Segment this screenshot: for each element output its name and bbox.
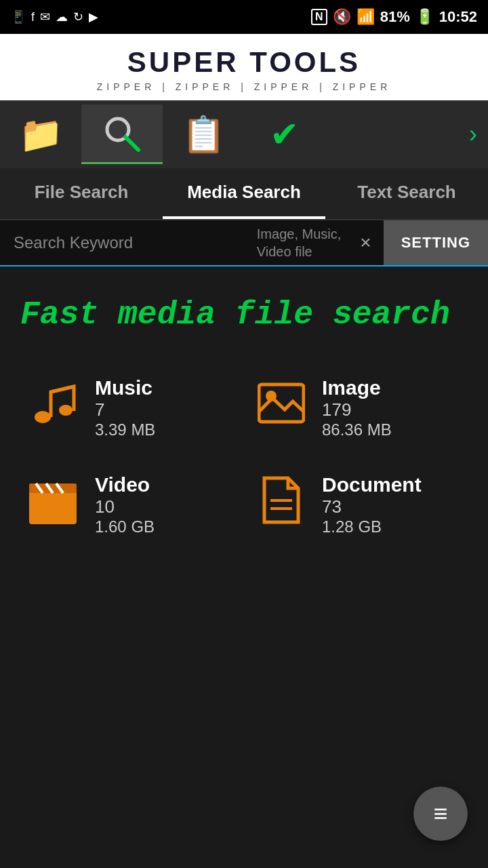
search-input[interactable] [0, 220, 257, 265]
app-icon: ▶ [89, 9, 98, 24]
video-icon [27, 477, 81, 534]
sync-icon: ↻ [73, 9, 83, 24]
music-info: Music 7 3.39 MB [95, 376, 155, 439]
app-banner: SUPER TOOLS ZIPPER | ZIPPER | ZIPPER | Z… [0, 34, 488, 100]
svg-line-1 [125, 137, 138, 150]
toolbar-chevron-icon[interactable]: › [469, 120, 488, 149]
svg-line-4 [51, 387, 74, 392]
folder-icon: 📁 [19, 114, 63, 155]
document-size: 1.28 GB [322, 517, 422, 536]
status-bar: 📱 f ✉ ☁ ↻ ▶ N 🔇 📶 81% 🔋 10:52 [0, 0, 488, 34]
mute-icon: 🔇 [333, 8, 351, 26]
search-icon [100, 112, 144, 155]
cloud-icon: ☁ [56, 9, 68, 24]
stat-music[interactable]: Music 7 3.39 MB [27, 376, 234, 439]
image-info: Image 179 86.36 MB [322, 376, 392, 439]
toolbar-check[interactable]: ✔ [244, 104, 325, 164]
toolbar-folder[interactable]: 📁 [0, 104, 81, 164]
promo-text: Fast media file search [20, 294, 468, 336]
search-bar: Image, Music,Video file × SETTING [0, 220, 488, 267]
toolbar-search[interactable] [81, 104, 163, 164]
video-label: Video [95, 473, 155, 496]
battery-icon: 🔋 [415, 8, 434, 26]
banner-subtitle: ZIPPER | ZIPPER | ZIPPER | ZIPPER [7, 81, 481, 92]
tab-text-search[interactable]: Text Search [325, 168, 488, 219]
image-icon [254, 381, 308, 435]
tab-bar: File Search Media Search Text Search [0, 168, 488, 220]
nfc-icon: N [311, 9, 327, 25]
menu-icon: ≡ [433, 800, 447, 828]
video-count: 10 [95, 496, 155, 517]
image-count: 179 [322, 399, 392, 420]
document-info: Document 73 1.28 GB [322, 473, 422, 536]
setting-button[interactable]: SETTING [384, 220, 488, 265]
document-icon [254, 475, 308, 535]
email-icon: ✉ [40, 9, 50, 24]
stat-video[interactable]: Video 10 1.60 GB [27, 473, 234, 536]
music-size: 3.39 MB [95, 420, 155, 439]
document-label: Document [322, 473, 422, 496]
battery-level: 81% [380, 8, 410, 26]
clear-button[interactable]: × [348, 232, 383, 254]
facebook-icon: f [31, 10, 35, 24]
image-size: 86.36 MB [322, 420, 392, 439]
image-label: Image [322, 376, 392, 399]
music-icon [27, 380, 81, 437]
icon-toolbar: 📁 📋 ✔ › [0, 100, 488, 168]
toolbar-clipboard[interactable]: 📋 [163, 104, 244, 164]
stats-grid: Music 7 3.39 MB Image 179 86.36 MB [20, 376, 468, 536]
main-content: Fast media file search Music 7 3.39 MB [0, 267, 488, 577]
device-icon: 📱 [11, 9, 26, 24]
banner-title: SUPER TOOLS [7, 46, 481, 79]
document-count: 73 [322, 496, 422, 517]
clock: 10:52 [439, 8, 477, 26]
music-count: 7 [95, 399, 155, 420]
stat-image[interactable]: Image 179 86.36 MB [254, 376, 461, 439]
checkmark-icon: ✔ [270, 114, 300, 155]
svg-rect-7 [29, 490, 77, 524]
clipboard-icon: 📋 [182, 114, 226, 155]
svg-point-3 [59, 405, 73, 416]
music-label: Music [95, 376, 155, 399]
status-right-icons: N 🔇 📶 81% 🔋 10:52 [311, 8, 477, 26]
video-size: 1.60 GB [95, 517, 155, 536]
video-info: Video 10 1.60 GB [95, 473, 155, 536]
signal-icon: 📶 [357, 8, 375, 26]
fab-button[interactable]: ≡ [413, 787, 468, 841]
tab-file-search[interactable]: File Search [0, 168, 163, 219]
tab-media-search[interactable]: Media Search [163, 168, 325, 219]
svg-point-2 [35, 411, 51, 423]
status-left-icons: 📱 f ✉ ☁ ↻ ▶ [11, 9, 98, 24]
stat-document[interactable]: Document 73 1.28 GB [254, 473, 461, 536]
search-hint: Image, Music,Video file [257, 225, 348, 260]
